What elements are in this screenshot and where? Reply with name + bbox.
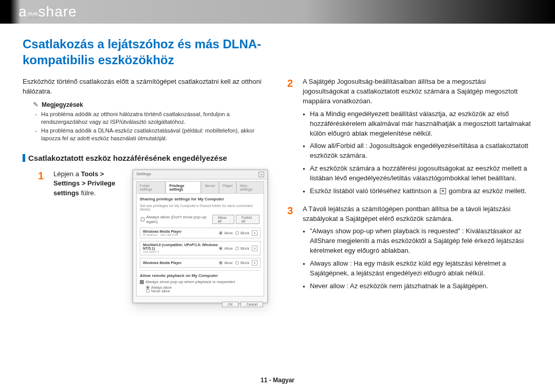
x-box-icon: ✕ bbox=[440, 188, 446, 194]
device-row: Windows Media Player IP address : 192.16… bbox=[140, 228, 261, 238]
device-row: Windows Media Player Allow Block × bbox=[140, 258, 261, 268]
delete-device-icon[interactable]: × bbox=[252, 230, 257, 236]
settings-dialog: Settings × Folder settings Privilege set… bbox=[133, 170, 268, 303]
step-3: 3 A Távoli lejátszás a számítógépen pont… bbox=[287, 204, 532, 294]
logo-icon bbox=[28, 12, 38, 18]
dialog-section-sub: Set use privileges for My Computer's Sha… bbox=[140, 204, 261, 211]
section-bar-icon bbox=[23, 154, 25, 162]
tab-server[interactable]: Server bbox=[201, 181, 219, 193]
list-item: Ha a Mindig engedélyezett beállítást vál… bbox=[303, 109, 532, 139]
step-1-text: Lépjen a Tools > Settings > Privilege se… bbox=[53, 170, 125, 198]
list-item: Never allow : Az eszközök nem játszhatna… bbox=[303, 282, 532, 291]
always-allow-checkbox[interactable]: Always allow (Don't show pop-up again) bbox=[141, 215, 212, 224]
dialog-tabs: Folder settings Privilege settings Serve… bbox=[133, 179, 267, 193]
list-item: Always allow : Ha egy másik eszköz küld … bbox=[303, 259, 532, 278]
list-item: Allow all/Forbid all : Jogosultságok eng… bbox=[303, 141, 532, 161]
section-heading: Csatlakoztatott eszköz hozzáférésének en… bbox=[23, 154, 268, 162]
allow-radio[interactable]: Allow bbox=[219, 247, 233, 250]
device-row: Mozilla/4.0 (compatible; UPnP/1.0; Windo… bbox=[140, 241, 261, 255]
left-column: Eszközhöz történő csatlakozás előtt a sz… bbox=[23, 77, 268, 303]
dialog-section-heading: Sharing privilege settings for My Comput… bbox=[140, 197, 261, 201]
block-radio[interactable]: Block bbox=[235, 261, 249, 265]
step-number: 3 bbox=[287, 206, 298, 294]
tab-misc[interactable]: Misc. settings bbox=[236, 181, 264, 193]
popup-checkbox[interactable]: Always show pop-up when playback is requ… bbox=[140, 279, 261, 284]
step-3-lead: A Távoli lejátszás a számítógépen pontba… bbox=[303, 205, 510, 222]
close-icon[interactable]: × bbox=[258, 172, 264, 177]
tab-player[interactable]: Player bbox=[219, 181, 236, 193]
always-allow-radio[interactable]: Always allow bbox=[146, 286, 261, 289]
allow-all-button[interactable]: Allow all bbox=[212, 215, 234, 224]
header-bar: a share bbox=[0, 0, 555, 24]
section-heading-text: Csatlakoztatott eszköz hozzáférésének en… bbox=[28, 154, 227, 162]
note-item: Ha probléma adódik az otthoni hálózatra … bbox=[41, 110, 268, 126]
allshare-logo: a share bbox=[18, 4, 77, 20]
tab-privilege-settings[interactable]: Privilege settings bbox=[165, 181, 201, 193]
allow-radio[interactable]: Allow bbox=[219, 261, 233, 265]
hand-point-icon: ✎ bbox=[33, 101, 39, 110]
list-item: "Always show pop-up when playback is req… bbox=[303, 227, 532, 256]
step-number: 2 bbox=[287, 78, 298, 199]
delete-device-icon[interactable]: × bbox=[252, 246, 257, 251]
step-2: 2 A Sajátgép Jogosultság-beállításaiban … bbox=[287, 77, 532, 199]
list-item: Az eszközök számára a hozzáférési jogosu… bbox=[303, 164, 532, 183]
step-1: 1 Lépjen a Tools > Settings > Privilege … bbox=[38, 170, 125, 198]
block-radio[interactable]: Block bbox=[235, 231, 249, 235]
tab-folder-settings[interactable]: Folder settings bbox=[136, 181, 165, 193]
notes-list: Ha probléma adódik az otthoni hálózatra … bbox=[41, 110, 268, 142]
page-title: Csatlakozás a lejátszóhoz és más DLNA-ko… bbox=[23, 36, 290, 68]
allow-radio[interactable]: Allow bbox=[219, 231, 233, 235]
forbid-all-button[interactable]: Forbid all bbox=[236, 215, 260, 224]
list-item: Eszköz listából való törléséhez kattints… bbox=[303, 186, 532, 196]
never-allow-radio[interactable]: Never allow bbox=[146, 289, 261, 293]
step-2-lead: A Sajátgép Jogosultság-beállításaiban ál… bbox=[303, 78, 517, 105]
ok-button[interactable]: OK bbox=[222, 302, 238, 307]
note-item: Ha probléma adódik a DLNA-eszköz csatlak… bbox=[41, 127, 268, 142]
page-footer: 11 - Magyar bbox=[0, 377, 555, 384]
intro-text: Eszközhöz történő csatlakozás előtt a sz… bbox=[23, 77, 268, 96]
block-radio[interactable]: Block bbox=[235, 247, 249, 250]
dialog-title: Settings bbox=[136, 172, 151, 177]
right-column: 2 A Sajátgép Jogosultság-beállításaiban … bbox=[287, 77, 532, 303]
cancel-button[interactable]: Cancel bbox=[240, 302, 263, 307]
step-number: 1 bbox=[38, 171, 48, 198]
checkbox-icon bbox=[140, 280, 144, 284]
checkbox-icon bbox=[141, 217, 144, 221]
notes-heading: Megjegyzések bbox=[42, 101, 83, 108]
dialog-section2-heading: Allow remote playback on My Computer bbox=[140, 273, 261, 278]
delete-device-icon[interactable]: × bbox=[252, 260, 257, 266]
